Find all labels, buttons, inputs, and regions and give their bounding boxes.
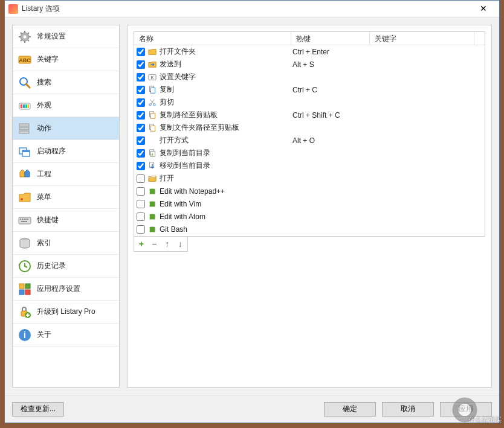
sidebar-item-appsettings[interactable]: 应用程序设置 — [13, 278, 119, 301]
add-button[interactable]: + — [135, 238, 147, 250]
svg-line-8 — [21, 40, 22, 41]
row-name: Git Bash — [160, 225, 292, 234]
sidebar-item-launcher[interactable]: 启动程序 — [13, 140, 119, 163]
col-header-keyword[interactable]: 关键字 — [370, 32, 474, 45]
sidebar-item-keywords[interactable]: ABC关键字 — [13, 48, 119, 71]
list-toolbar: + − ↑ ↓ — [134, 236, 188, 252]
svg-point-25 — [21, 198, 23, 200]
row-name: 打开文件夹 — [160, 46, 292, 57]
sidebar-item-history[interactable]: 历史记录 — [13, 255, 119, 278]
list-header: 名称 热键 关键字 — [134, 32, 485, 45]
svg-rect-54 — [150, 151, 155, 156]
svg-rect-32 — [21, 221, 27, 222]
list-row[interactable]: 打开 — [134, 172, 485, 185]
actions-list: 名称 热键 关键字 打开文件夹Ctrl + Enter发送到Alt + SK设置… — [134, 31, 485, 237]
move-up-button[interactable]: ↑ — [161, 238, 173, 250]
row-checkbox[interactable] — [137, 48, 145, 56]
svg-rect-26 — [19, 217, 31, 224]
list-row[interactable]: Edit with Atom — [134, 210, 485, 223]
list-row[interactable]: 发送到Alt + S — [134, 58, 485, 71]
row-checkbox[interactable] — [137, 225, 145, 234]
row-checkbox[interactable] — [137, 149, 145, 158]
list-row[interactable]: K设置关键字 — [134, 71, 485, 83]
projects-icon — [18, 167, 32, 182]
row-checkbox[interactable] — [137, 174, 145, 183]
close-button[interactable]: ✕ — [471, 2, 496, 16]
list-row[interactable]: Edit with Notepad++ — [134, 185, 485, 197]
row-checkbox[interactable] — [137, 73, 145, 81]
check-updates-button[interactable]: 检查更新... — [12, 402, 64, 417]
sidebar-item-search[interactable]: 搜索 — [13, 71, 119, 94]
content-area: 常规设置ABC关键字搜索外观动作启动程序工程菜单快捷键索引历史记录应用程序设置升… — [5, 18, 499, 395]
sidebar-item-projects[interactable]: 工程 — [13, 163, 119, 186]
row-name: 移动到当前目录 — [160, 161, 292, 171]
list-row[interactable]: 复制Ctrl + C — [134, 83, 485, 96]
list-body[interactable]: 打开文件夹Ctrl + Enter发送到Alt + SK设置关键字复制Ctrl … — [134, 45, 485, 236]
index-icon — [18, 236, 32, 251]
row-name: 复制 — [160, 85, 292, 95]
keywords-icon: ABC — [18, 53, 32, 67]
col-header-hotkey[interactable]: 热键 — [291, 32, 370, 45]
row-checkbox[interactable] — [137, 187, 145, 196]
list-row[interactable]: 打开方式Alt + O — [134, 134, 485, 147]
sidebar-item-upgrade[interactable]: 升级到 Listary Pro — [13, 301, 119, 324]
list-row[interactable]: 复制路径至剪贴板Ctrl + Shift + C — [134, 109, 485, 121]
row-icon — [147, 123, 157, 133]
row-checkbox[interactable] — [137, 86, 145, 94]
cancel-button[interactable]: 取消 — [382, 402, 434, 417]
titlebar: Listary 选项 ✕ — [5, 1, 499, 18]
row-checkbox[interactable] — [137, 136, 145, 145]
ok-button[interactable]: 确定 — [324, 402, 376, 417]
sidebar-item-index[interactable]: 索引 — [13, 232, 119, 255]
list-row[interactable]: 剪切 — [134, 96, 485, 109]
row-checkbox[interactable] — [137, 111, 145, 120]
menus-icon — [18, 190, 32, 205]
sidebar-item-label: 动作 — [37, 123, 51, 133]
row-icon — [147, 60, 157, 69]
row-hotkey: Alt + S — [292, 60, 371, 69]
hotkeys-icon — [18, 213, 32, 228]
sidebar-item-hotkeys[interactable]: 快捷键 — [13, 209, 119, 232]
row-name: 复制到当前目录 — [160, 148, 292, 158]
svg-rect-16 — [23, 104, 25, 108]
list-row[interactable]: Edit with Vim — [134, 197, 485, 210]
row-checkbox[interactable] — [137, 98, 145, 107]
svg-rect-27 — [20, 219, 21, 220]
svg-rect-46 — [150, 88, 155, 93]
list-row[interactable]: 移动到当前目录 — [134, 159, 485, 172]
row-checkbox[interactable] — [137, 212, 145, 221]
row-name: Edit with Notepad++ — [160, 187, 292, 196]
list-row[interactable]: 复制文件夹路径至剪贴板 — [134, 121, 485, 134]
list-row[interactable]: Git Bash — [134, 223, 485, 235]
row-checkbox[interactable] — [137, 200, 145, 208]
row-name: Edit with Atom — [160, 212, 292, 221]
sidebar-item-general[interactable]: 常规设置 — [13, 25, 119, 48]
svg-rect-20 — [19, 127, 29, 130]
row-checkbox[interactable] — [137, 60, 145, 69]
svg-text:ABC: ABC — [19, 57, 31, 63]
move-down-button[interactable]: ↓ — [175, 238, 187, 250]
row-checkbox[interactable] — [137, 124, 145, 132]
col-header-name[interactable]: 名称 — [134, 32, 291, 45]
svg-text:i: i — [24, 330, 26, 340]
sidebar-item-actions[interactable]: 动作 — [13, 117, 119, 140]
sidebar-item-appearance[interactable]: 外观 — [13, 94, 119, 117]
apply-button[interactable]: 应用 — [440, 402, 492, 417]
options-window: Listary 选项 ✕ 常规设置ABC关键字搜索外观动作启动程序工程菜单快捷键… — [4, 0, 500, 423]
svg-rect-36 — [25, 284, 30, 289]
sidebar-item-label: 启动程序 — [37, 146, 66, 156]
svg-rect-29 — [24, 219, 25, 220]
sidebar-item-about[interactable]: i关于 — [13, 324, 119, 347]
sidebar-item-label: 外观 — [37, 100, 51, 110]
sidebar-item-label: 历史记录 — [37, 261, 66, 271]
sidebar-item-menus[interactable]: 菜单 — [13, 186, 119, 209]
row-icon — [147, 110, 157, 120]
remove-button[interactable]: − — [149, 238, 161, 250]
about-icon: i — [18, 328, 32, 342]
row-icon — [147, 187, 157, 196]
list-row[interactable]: 打开文件夹Ctrl + Enter — [134, 45, 485, 58]
row-name: 剪切 — [160, 97, 292, 107]
row-hotkey: Ctrl + Shift + C — [292, 111, 371, 120]
row-checkbox[interactable] — [137, 162, 145, 170]
list-row[interactable]: 复制到当前目录 — [134, 147, 485, 159]
